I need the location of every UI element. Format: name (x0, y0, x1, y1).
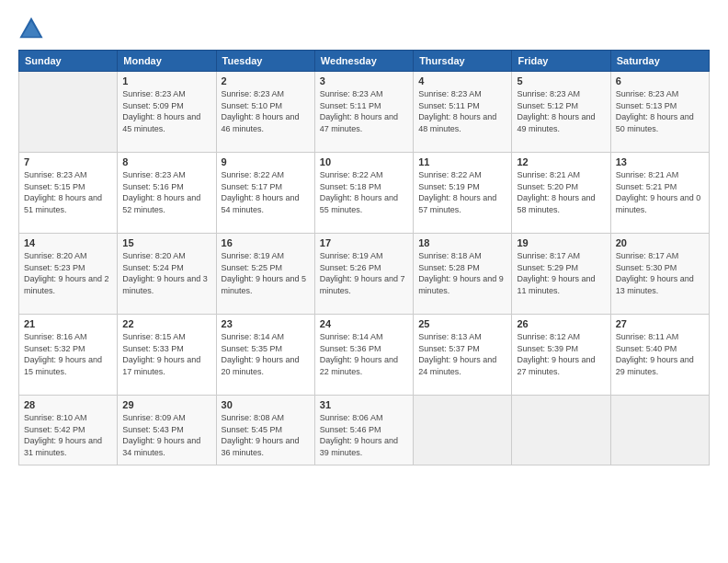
calendar-cell: 7Sunrise: 8:23 AM Sunset: 5:15 PM Daylig… (19, 153, 118, 234)
day-number: 31 (320, 399, 408, 410)
day-number: 28 (24, 399, 112, 410)
day-number: 30 (222, 399, 310, 410)
calendar-cell: 21Sunrise: 8:16 AM Sunset: 5:32 PM Dayli… (19, 315, 118, 396)
calendar-cell: 16Sunrise: 8:19 AM Sunset: 5:25 PM Dayli… (216, 234, 314, 315)
day-number: 14 (24, 237, 112, 248)
day-detail: Sunrise: 8:20 AM Sunset: 5:23 PM Dayligh… (24, 250, 112, 296)
weekday-header-monday: Monday (118, 51, 216, 72)
day-detail: Sunrise: 8:14 AM Sunset: 5:35 PM Dayligh… (222, 331, 310, 377)
calendar-week-4: 21Sunrise: 8:16 AM Sunset: 5:32 PM Dayli… (19, 315, 710, 396)
weekday-header-saturday: Saturday (610, 51, 709, 72)
day-detail: Sunrise: 8:23 AM Sunset: 5:11 PM Dayligh… (418, 88, 506, 134)
day-detail: Sunrise: 8:21 AM Sunset: 5:21 PM Dayligh… (616, 169, 704, 215)
day-number: 22 (122, 318, 210, 329)
calendar-cell: 31Sunrise: 8:06 AM Sunset: 5:46 PM Dayli… (314, 396, 413, 465)
calendar-cell: 28Sunrise: 8:10 AM Sunset: 5:42 PM Dayli… (19, 396, 118, 465)
calendar-cell: 4Sunrise: 8:23 AM Sunset: 5:11 PM Daylig… (414, 72, 512, 153)
day-detail: Sunrise: 8:08 AM Sunset: 5:45 PM Dayligh… (222, 412, 310, 458)
day-detail: Sunrise: 8:13 AM Sunset: 5:37 PM Dayligh… (418, 331, 506, 377)
day-number: 2 (222, 75, 310, 86)
calendar-cell: 29Sunrise: 8:09 AM Sunset: 5:43 PM Dayli… (118, 396, 216, 465)
day-detail: Sunrise: 8:23 AM Sunset: 5:15 PM Dayligh… (24, 169, 112, 215)
weekday-header-friday: Friday (512, 51, 610, 72)
day-number: 3 (320, 75, 408, 86)
day-detail: Sunrise: 8:23 AM Sunset: 5:13 PM Dayligh… (616, 88, 704, 134)
calendar-cell: 18Sunrise: 8:18 AM Sunset: 5:28 PM Dayli… (414, 234, 512, 315)
day-number: 13 (616, 156, 704, 167)
day-detail: Sunrise: 8:19 AM Sunset: 5:25 PM Dayligh… (222, 250, 310, 296)
weekday-header-row: SundayMondayTuesdayWednesdayThursdayFrid… (19, 51, 710, 72)
day-detail: Sunrise: 8:11 AM Sunset: 5:40 PM Dayligh… (616, 331, 704, 377)
day-number: 15 (122, 237, 210, 248)
calendar-cell: 14Sunrise: 8:20 AM Sunset: 5:23 PM Dayli… (19, 234, 118, 315)
day-detail: Sunrise: 8:12 AM Sunset: 5:39 PM Dayligh… (517, 331, 605, 377)
day-detail: Sunrise: 8:23 AM Sunset: 5:10 PM Dayligh… (222, 88, 310, 134)
calendar-cell: 23Sunrise: 8:14 AM Sunset: 5:35 PM Dayli… (216, 315, 314, 396)
logo-icon (18, 15, 44, 40)
calendar-cell: 17Sunrise: 8:19 AM Sunset: 5:26 PM Dayli… (314, 234, 413, 315)
day-number: 8 (122, 156, 210, 167)
day-detail: Sunrise: 8:09 AM Sunset: 5:43 PM Dayligh… (122, 412, 210, 458)
day-number: 27 (616, 318, 704, 329)
day-number: 26 (517, 318, 605, 329)
day-detail: Sunrise: 8:20 AM Sunset: 5:24 PM Dayligh… (122, 250, 210, 296)
day-detail: Sunrise: 8:06 AM Sunset: 5:46 PM Dayligh… (320, 412, 408, 458)
day-detail: Sunrise: 8:17 AM Sunset: 5:30 PM Dayligh… (616, 250, 704, 296)
logo (18, 15, 48, 40)
day-detail: Sunrise: 8:21 AM Sunset: 5:20 PM Dayligh… (517, 169, 605, 215)
calendar-cell (414, 396, 512, 465)
calendar-cell: 6Sunrise: 8:23 AM Sunset: 5:13 PM Daylig… (610, 72, 709, 153)
day-number: 24 (320, 318, 408, 329)
calendar-cell: 3Sunrise: 8:23 AM Sunset: 5:11 PM Daylig… (314, 72, 413, 153)
day-number: 1 (122, 75, 210, 86)
day-detail: Sunrise: 8:10 AM Sunset: 5:42 PM Dayligh… (24, 412, 112, 458)
calendar-week-1: 1Sunrise: 8:23 AM Sunset: 5:09 PM Daylig… (19, 72, 710, 153)
calendar-cell: 1Sunrise: 8:23 AM Sunset: 5:09 PM Daylig… (118, 72, 216, 153)
calendar-week-2: 7Sunrise: 8:23 AM Sunset: 5:15 PM Daylig… (19, 153, 710, 234)
day-detail: Sunrise: 8:17 AM Sunset: 5:29 PM Dayligh… (517, 250, 605, 296)
day-number: 20 (616, 237, 704, 248)
calendar-cell: 5Sunrise: 8:23 AM Sunset: 5:12 PM Daylig… (512, 72, 610, 153)
day-detail: Sunrise: 8:18 AM Sunset: 5:28 PM Dayligh… (418, 250, 506, 296)
calendar-cell: 20Sunrise: 8:17 AM Sunset: 5:30 PM Dayli… (610, 234, 709, 315)
calendar-cell: 25Sunrise: 8:13 AM Sunset: 5:37 PM Dayli… (414, 315, 512, 396)
day-number: 21 (24, 318, 112, 329)
day-number: 18 (418, 237, 506, 248)
calendar-cell (610, 396, 709, 465)
day-number: 9 (222, 156, 310, 167)
calendar-cell: 9Sunrise: 8:22 AM Sunset: 5:17 PM Daylig… (216, 153, 314, 234)
day-number: 25 (418, 318, 506, 329)
day-detail: Sunrise: 8:23 AM Sunset: 5:09 PM Dayligh… (122, 88, 210, 134)
day-number: 11 (418, 156, 506, 167)
day-detail: Sunrise: 8:15 AM Sunset: 5:33 PM Dayligh… (122, 331, 210, 377)
calendar-cell: 27Sunrise: 8:11 AM Sunset: 5:40 PM Dayli… (610, 315, 709, 396)
weekday-header-thursday: Thursday (414, 51, 512, 72)
day-number: 10 (320, 156, 408, 167)
calendar-cell: 2Sunrise: 8:23 AM Sunset: 5:10 PM Daylig… (216, 72, 314, 153)
day-number: 6 (616, 75, 704, 86)
day-number: 7 (24, 156, 112, 167)
calendar-week-5: 28Sunrise: 8:10 AM Sunset: 5:42 PM Dayli… (19, 396, 710, 465)
day-number: 17 (320, 237, 408, 248)
day-detail: Sunrise: 8:22 AM Sunset: 5:17 PM Dayligh… (222, 169, 310, 215)
calendar-cell: 22Sunrise: 8:15 AM Sunset: 5:33 PM Dayli… (118, 315, 216, 396)
calendar-cell: 26Sunrise: 8:12 AM Sunset: 5:39 PM Dayli… (512, 315, 610, 396)
day-number: 19 (517, 237, 605, 248)
day-number: 12 (517, 156, 605, 167)
calendar-cell: 19Sunrise: 8:17 AM Sunset: 5:29 PM Dayli… (512, 234, 610, 315)
calendar-cell: 30Sunrise: 8:08 AM Sunset: 5:45 PM Dayli… (216, 396, 314, 465)
day-number: 29 (122, 399, 210, 410)
weekday-header-wednesday: Wednesday (314, 51, 413, 72)
day-detail: Sunrise: 8:19 AM Sunset: 5:26 PM Dayligh… (320, 250, 408, 296)
calendar-cell: 12Sunrise: 8:21 AM Sunset: 5:20 PM Dayli… (512, 153, 610, 234)
day-detail: Sunrise: 8:22 AM Sunset: 5:19 PM Dayligh… (418, 169, 506, 215)
day-detail: Sunrise: 8:23 AM Sunset: 5:16 PM Dayligh… (122, 169, 210, 215)
day-detail: Sunrise: 8:22 AM Sunset: 5:18 PM Dayligh… (320, 169, 408, 215)
calendar-cell: 24Sunrise: 8:14 AM Sunset: 5:36 PM Dayli… (314, 315, 413, 396)
page: SundayMondayTuesdayWednesdayThursdayFrid… (0, 0, 728, 563)
calendar-table: SundayMondayTuesdayWednesdayThursdayFrid… (18, 50, 710, 465)
calendar-cell: 10Sunrise: 8:22 AM Sunset: 5:18 PM Dayli… (314, 153, 413, 234)
day-detail: Sunrise: 8:14 AM Sunset: 5:36 PM Dayligh… (320, 331, 408, 377)
calendar-cell (512, 396, 610, 465)
day-number: 16 (222, 237, 310, 248)
